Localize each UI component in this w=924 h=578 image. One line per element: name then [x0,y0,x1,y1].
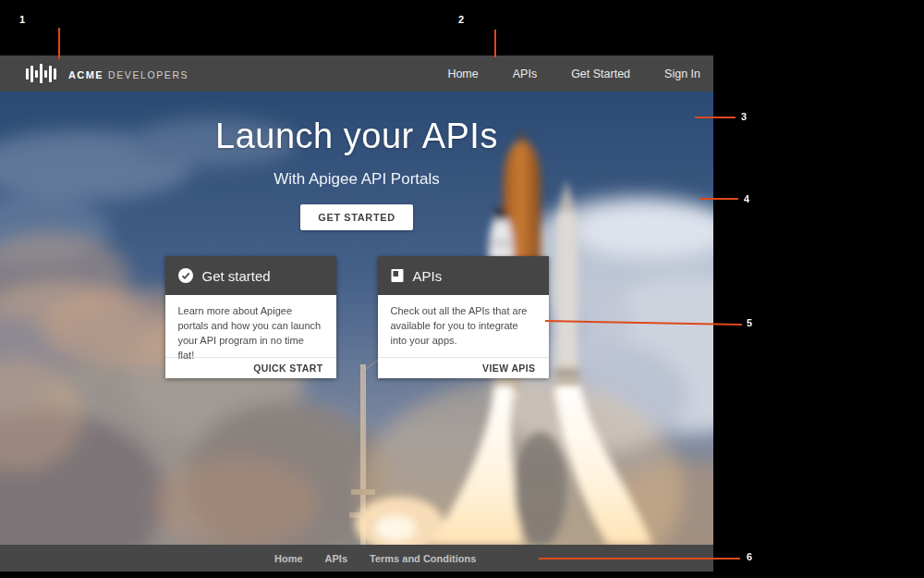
screenshot-canvas: ACMEDEVELOPERS Home APIs Get Started Sig… [0,0,924,578]
main-nav: Home APIs Get Started Sign In [447,68,700,80]
quick-start-button[interactable]: QUICK START [253,363,322,374]
footer-link-apis[interactable]: APIs [325,553,347,564]
check-circle-icon [178,268,193,283]
hero-section: Launch your APIs With Apigee API Portals… [0,92,713,545]
card-body-text: Learn more about Apigee portals and how … [165,295,336,357]
card-title: APIs [413,268,443,284]
callout-number-4: 4 [744,193,749,204]
callout-line-4 [699,198,738,200]
apis-card: APIs Check out all the APIs that are ava… [378,256,549,378]
logo-suffix: DEVELOPERS [108,69,188,80]
hero-title: Launch your APIs [0,117,713,156]
view-apis-button[interactable]: VIEW APIS [482,363,535,374]
callout-line-3 [695,117,736,118]
callout-line-6 [539,558,740,560]
logo-name: ACME [68,69,103,80]
top-navbar: ACMEDEVELOPERS Home APIs Get Started Sig… [0,55,713,92]
callout-number-5: 5 [747,317,752,328]
callout-number-2: 2 [458,14,464,25]
apis-card-header: APIs [378,256,549,295]
callout-number-6: 6 [747,551,752,562]
book-icon [391,268,404,283]
nav-item-home[interactable]: Home [447,68,478,80]
logo-equalizer-icon [26,64,56,83]
card-footer: VIEW APIS [378,357,549,378]
card-body-text: Check out all the APIs that are availabl… [378,295,549,357]
nav-item-get-started[interactable]: Get Started [571,68,630,80]
footer-link-terms[interactable]: Terms and Conditions [370,553,476,564]
callout-line-1 [58,28,60,59]
nav-item-sign-in[interactable]: Sign In [664,68,700,80]
site-logo[interactable]: ACMEDEVELOPERS [26,64,188,83]
footer-link-home[interactable]: Home [274,553,303,564]
hero-cards-row: Get started Learn more about Apigee port… [0,256,713,378]
callout-number-3: 3 [741,111,747,122]
card-title: Get started [202,268,271,284]
hero-content: Launch your APIs With Apigee API Portals… [0,92,713,230]
callout-number-1: 1 [19,14,25,25]
nav-item-apis[interactable]: APIs [513,68,537,80]
get-started-card: Get started Learn more about Apigee port… [165,256,336,378]
callout-line-2 [494,30,496,57]
get-started-button[interactable]: GET STARTED [300,204,412,230]
hero-subtitle: With Apigee API Portals [0,170,713,189]
portal-page: ACMEDEVELOPERS Home APIs Get Started Sig… [0,55,713,572]
get-started-card-header: Get started [165,256,336,295]
